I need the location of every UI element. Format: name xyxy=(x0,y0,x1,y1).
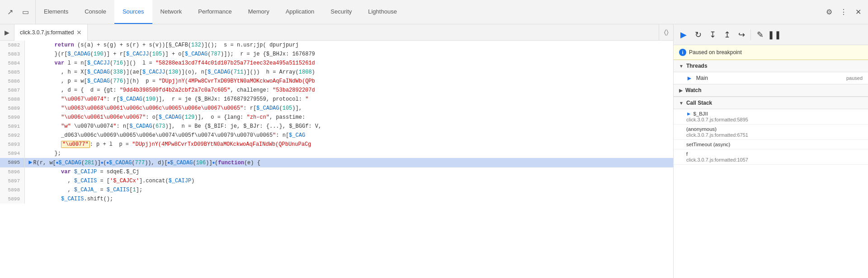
callstack-fn-name: setTimeout (async) xyxy=(686,142,730,147)
line-content: return (s(a) + s(g) + s(r) + s(v))[§_CAF… xyxy=(25,41,673,50)
line-number: 5885 xyxy=(0,68,25,77)
tab-console[interactable]: Console xyxy=(76,0,114,24)
callstack-section: ▼ Call Stack ►$_BJII click.3.0.7.js:form… xyxy=(674,97,868,278)
step-over-button[interactable]: ↻ xyxy=(692,28,704,41)
tab-lighthouse[interactable]: Lighthouse xyxy=(360,0,405,24)
tab-network[interactable]: Network xyxy=(152,0,190,24)
line-number: 5895 xyxy=(0,158,25,167)
nav-tabs: Elements Console Sources Network Perform… xyxy=(36,0,819,24)
line-number: 5886 xyxy=(0,77,25,86)
line-content: "\u0077": p + l p = "DUpj)nY(4MPw8CvrTxD… xyxy=(25,140,673,149)
tab-performance[interactable]: Performance xyxy=(190,0,240,24)
table-row: 5898 , $_CAJA_ = $_CAIIS[1]; xyxy=(0,185,673,195)
line-content: $_CAIIS.shift(); xyxy=(25,195,673,204)
callstack-item[interactable]: (anonymous) click.3.0.7.js:formatted:675… xyxy=(674,125,868,140)
callstack-chevron: ▼ xyxy=(679,101,684,106)
callstack-label: Call Stack xyxy=(686,100,712,106)
debug-panel: ▶ ↻ ↧ ↥ ↪ ✎ ❚❚ i Paused on breakpoint ▼ … xyxy=(674,24,868,278)
line-number: 5898 xyxy=(0,185,25,195)
table-row: 5883 }(r[$_CADAG(190)] + r[$_CACJJ(105)]… xyxy=(0,50,673,59)
line-number: 5894 xyxy=(0,149,25,158)
line-content: "\u0063\u0068\u0061\u006c\u006c\u0065\u0… xyxy=(25,104,673,113)
line-number: 5883 xyxy=(0,50,25,59)
table-row: 5899 $_CAIIS.shift(); xyxy=(0,195,673,204)
line-content: }(r[$_CADAG(190)] + r[$_CACJJ(105)] + o[… xyxy=(25,50,673,59)
code-lines: 5882 return (s(a) + s(g) + s(r) + s(v))[… xyxy=(0,41,673,204)
tab-elements[interactable]: Elements xyxy=(36,0,76,24)
line-content: "\u006c\u0061\u006e\u0067": o[$_CADAG(12… xyxy=(25,113,673,122)
line-number: 5882 xyxy=(0,41,25,50)
watch-header[interactable]: ▶ Watch xyxy=(674,84,868,97)
format-icon[interactable]: 〈〉 xyxy=(659,24,673,41)
watch-chevron: ▶ xyxy=(679,88,683,93)
tab-application[interactable]: Application xyxy=(278,0,323,24)
callstack-item[interactable]: f click.3.0.7.js:formatted:1057 xyxy=(674,149,868,165)
paused-label: Paused on breakpoint xyxy=(689,49,742,56)
toolbar-separator xyxy=(750,29,751,40)
watch-section: ▶ Watch xyxy=(674,84,868,97)
pause-exceptions-button[interactable]: ❚❚ xyxy=(768,28,781,41)
tab-close-button[interactable]: ✕ xyxy=(76,29,82,36)
file-tab[interactable]: click.3.0.7.js:formatted ✕ xyxy=(14,24,88,41)
tab-memory[interactable]: Memory xyxy=(240,0,278,24)
table-row: 5884 var l = n[$_CACJJ(716)]() l = "5828… xyxy=(0,59,673,68)
sidebar-toggle[interactable]: ▶ xyxy=(0,24,14,41)
tab-security[interactable]: Security xyxy=(322,0,360,24)
line-content: "\u0067\u0074": r[$_CADAG(190)], r = je … xyxy=(25,95,673,104)
table-row: 5892 _d063\u006c\u0069\u0065\u006e\u0074… xyxy=(0,131,673,140)
line-content: "w" \u0070\u0074": n[$_CADAG(673)], n = … xyxy=(25,122,673,131)
more-icon[interactable]: ⋮ xyxy=(837,6,850,19)
table-row: 5896 var $_CAIJP = sdqeE.$_Cj xyxy=(0,167,673,176)
callstack-location: click.3.0.7.js:formatted:5895 xyxy=(686,117,863,122)
line-content: var l = n[$_CACJJ(716)]() l = "58288ea13… xyxy=(25,59,673,68)
cursor-icon[interactable]: ↗ xyxy=(4,6,16,19)
line-number: 5888 xyxy=(0,95,25,104)
threads-section: ▼ Threads ► Main paused xyxy=(674,60,868,84)
line-content: , p = w[$_CADAG(776)](h) p = "DUpj)nY(4M… xyxy=(25,77,673,86)
callstack-fn-name: f xyxy=(686,151,688,157)
line-number: 5884 xyxy=(0,59,25,68)
thread-name: Main xyxy=(696,75,843,81)
line-content: ►R(r, w[◆$_CADAG(281)]◆(◆$_CADAG(777)), … xyxy=(25,158,673,167)
threads-label: Threads xyxy=(686,63,708,69)
current-line: 5895 ►R(r, w[◆$_CADAG(281)]◆(◆$_CADAG(77… xyxy=(0,158,673,167)
line-number: 5897 xyxy=(0,176,25,185)
close-icon[interactable]: ✕ xyxy=(852,6,864,19)
debug-toolbar: ▶ ↻ ↧ ↥ ↪ ✎ ❚❚ xyxy=(674,24,868,45)
table-row: 5893 "\u0077": p + l p = "DUpj)nY(4MPw8C… xyxy=(0,140,673,149)
nav-icon-group: ↗ ▭ xyxy=(0,0,36,24)
line-content: }; xyxy=(25,149,673,158)
line-number: 5899 xyxy=(0,195,25,204)
line-number: 5890 xyxy=(0,113,25,122)
callstack-header[interactable]: ▼ Call Stack xyxy=(674,97,868,109)
line-number: 5887 xyxy=(0,86,25,95)
tab-bar: ▶ click.3.0.7.js:formatted ✕ 〈〉 xyxy=(0,24,673,41)
callstack-item[interactable]: ►$_BJII click.3.0.7.js:formatted:5895 xyxy=(674,109,868,125)
line-number: 5892 xyxy=(0,131,25,140)
breakpoint-info: i Paused on breakpoint xyxy=(674,45,868,60)
device-icon[interactable]: ▭ xyxy=(19,6,32,19)
settings-icon[interactable]: ⚙ xyxy=(823,6,835,19)
callstack-item[interactable]: setTimeout (async) xyxy=(674,140,868,149)
resume-button[interactable]: ▶ xyxy=(677,28,690,41)
code-area[interactable]: 5882 return (s(a) + s(g) + s(r) + s(v))[… xyxy=(0,41,673,278)
line-content: , d = { d = {gt: "9dd4b398509fd4b2a2cbf2… xyxy=(25,86,673,95)
thread-status: paused xyxy=(846,75,863,81)
file-tab-label: click.3.0.7.js:formatted xyxy=(20,29,74,36)
step-into-button[interactable]: ↧ xyxy=(706,28,719,41)
main-thread-item: ► Main paused xyxy=(674,72,868,84)
deactivate-breakpoints-button[interactable]: ✎ xyxy=(754,28,766,41)
info-icon: i xyxy=(679,49,686,56)
callstack-fn-name: $_BJII xyxy=(693,111,708,116)
step-out-button[interactable]: ↥ xyxy=(721,28,733,41)
table-row: 5891 "w" \u0070\u0074": n[$_CADAG(673)],… xyxy=(0,122,673,131)
table-row: 5894 }; xyxy=(0,149,673,158)
threads-header[interactable]: ▼ Threads xyxy=(674,60,868,72)
line-content: var $_CAIJP = sdqeE.$_Cj xyxy=(25,167,673,176)
tab-sources[interactable]: Sources xyxy=(114,0,152,24)
table-row: 5897 , $_CAIIS = ['$_CAJCx'].concat($_CA… xyxy=(0,176,673,185)
step-button[interactable]: ↪ xyxy=(735,28,748,41)
callstack-arrow-icon: ► xyxy=(686,111,691,116)
table-row: 5887 , d = { d = {gt: "9dd4b398509fd4b2a… xyxy=(0,86,673,95)
main-content: ▶ click.3.0.7.js:formatted ✕ 〈〉 5882 ret… xyxy=(0,24,868,278)
